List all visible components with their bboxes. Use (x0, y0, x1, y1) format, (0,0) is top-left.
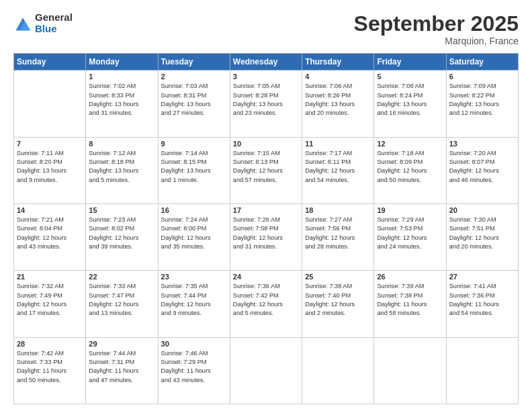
day-info: Sunrise: 7:38 AM Sunset: 7:40 PM Dayligh… (305, 282, 371, 318)
day-cell: 5Sunrise: 7:08 AM Sunset: 8:24 PM Daylig… (374, 71, 446, 137)
day-cell: 13Sunrise: 7:20 AM Sunset: 8:07 PM Dayli… (446, 137, 518, 203)
column-header-monday: Monday (86, 54, 158, 71)
day-cell: 15Sunrise: 7:23 AM Sunset: 8:02 PM Dayli… (86, 203, 158, 270)
day-info: Sunrise: 7:11 AM Sunset: 8:20 PM Dayligh… (17, 149, 83, 185)
day-info: Sunrise: 7:14 AM Sunset: 8:15 PM Dayligh… (161, 149, 227, 185)
day-number: 29 (89, 340, 154, 348)
column-header-tuesday: Tuesday (158, 54, 230, 71)
day-cell (14, 71, 86, 137)
day-info: Sunrise: 7:27 AM Sunset: 7:56 PM Dayligh… (305, 216, 371, 251)
logo-general-text: General (35, 12, 73, 24)
day-number: 6 (449, 73, 515, 81)
day-info: Sunrise: 7:21 AM Sunset: 8:04 PM Dayligh… (17, 216, 83, 251)
day-cell: 7Sunrise: 7:11 AM Sunset: 8:20 PM Daylig… (14, 137, 86, 203)
day-info: Sunrise: 7:18 AM Sunset: 8:09 PM Dayligh… (377, 149, 443, 185)
column-header-sunday: Sunday (14, 54, 86, 71)
day-info: Sunrise: 7:36 AM Sunset: 7:42 PM Dayligh… (233, 282, 299, 318)
day-info: Sunrise: 7:44 AM Sunset: 7:31 PM Dayligh… (89, 349, 154, 385)
week-row-5: 28Sunrise: 7:42 AM Sunset: 7:33 PM Dayli… (14, 337, 519, 404)
week-row-4: 21Sunrise: 7:32 AM Sunset: 7:49 PM Dayli… (14, 271, 519, 337)
day-cell: 27Sunrise: 7:41 AM Sunset: 7:36 PM Dayli… (446, 271, 518, 337)
day-cell: 17Sunrise: 7:26 AM Sunset: 7:58 PM Dayli… (230, 203, 302, 270)
day-number: 20 (449, 206, 515, 214)
column-header-thursday: Thursday (302, 54, 374, 71)
logo-blue-text: Blue (35, 24, 73, 35)
location: Marquion, France (354, 36, 519, 46)
day-cell: 22Sunrise: 7:33 AM Sunset: 7:47 PM Dayli… (86, 271, 158, 337)
day-cell: 11Sunrise: 7:17 AM Sunset: 8:11 PM Dayli… (302, 137, 374, 203)
day-number: 24 (233, 273, 299, 281)
day-cell: 25Sunrise: 7:38 AM Sunset: 7:40 PM Dayli… (302, 271, 374, 337)
day-info: Sunrise: 7:26 AM Sunset: 7:58 PM Dayligh… (233, 216, 299, 251)
day-number: 8 (89, 140, 154, 148)
week-row-2: 7Sunrise: 7:11 AM Sunset: 8:20 PM Daylig… (14, 137, 519, 203)
day-cell: 10Sunrise: 7:15 AM Sunset: 8:13 PM Dayli… (230, 137, 302, 203)
day-cell: 18Sunrise: 7:27 AM Sunset: 7:56 PM Dayli… (302, 203, 374, 270)
day-cell: 6Sunrise: 7:09 AM Sunset: 8:22 PM Daylig… (446, 71, 518, 137)
day-number: 16 (161, 206, 227, 214)
day-info: Sunrise: 7:03 AM Sunset: 8:31 PM Dayligh… (161, 82, 227, 118)
day-info: Sunrise: 7:46 AM Sunset: 7:29 PM Dayligh… (161, 349, 227, 385)
day-cell: 21Sunrise: 7:32 AM Sunset: 7:49 PM Dayli… (14, 271, 86, 337)
day-info: Sunrise: 7:33 AM Sunset: 7:47 PM Dayligh… (89, 282, 154, 318)
day-number: 18 (305, 206, 371, 214)
day-number: 17 (233, 206, 299, 214)
day-cell: 29Sunrise: 7:44 AM Sunset: 7:31 PM Dayli… (86, 337, 158, 404)
day-number: 28 (17, 340, 83, 348)
day-info: Sunrise: 7:41 AM Sunset: 7:36 PM Dayligh… (449, 282, 515, 318)
day-cell: 2Sunrise: 7:03 AM Sunset: 8:31 PM Daylig… (158, 71, 230, 137)
day-info: Sunrise: 7:15 AM Sunset: 8:13 PM Dayligh… (233, 149, 299, 185)
day-cell: 9Sunrise: 7:14 AM Sunset: 8:15 PM Daylig… (158, 137, 230, 203)
day-info: Sunrise: 7:02 AM Sunset: 8:33 PM Dayligh… (89, 82, 154, 118)
day-number: 26 (377, 273, 443, 281)
day-info: Sunrise: 7:06 AM Sunset: 8:26 PM Dayligh… (305, 82, 371, 118)
month-title: September 2025 (354, 12, 519, 36)
logo-text: General Blue (35, 12, 73, 34)
day-number: 1 (89, 73, 154, 81)
day-cell: 20Sunrise: 7:30 AM Sunset: 7:51 PM Dayli… (446, 203, 518, 270)
day-number: 30 (161, 340, 227, 348)
day-info: Sunrise: 7:05 AM Sunset: 8:28 PM Dayligh… (233, 82, 299, 118)
day-cell: 14Sunrise: 7:21 AM Sunset: 8:04 PM Dayli… (14, 203, 86, 270)
day-info: Sunrise: 7:32 AM Sunset: 7:49 PM Dayligh… (17, 282, 83, 318)
logo: General Blue (13, 12, 73, 34)
header: General Blue September 2025 Marquion, Fr… (13, 12, 519, 46)
day-cell: 3Sunrise: 7:05 AM Sunset: 8:28 PM Daylig… (230, 71, 302, 137)
day-number: 7 (17, 140, 83, 148)
calendar-table: SundayMondayTuesdayWednesdayThursdayFrid… (13, 53, 519, 404)
day-info: Sunrise: 7:42 AM Sunset: 7:33 PM Dayligh… (17, 349, 83, 385)
day-cell: 8Sunrise: 7:12 AM Sunset: 8:18 PM Daylig… (86, 137, 158, 203)
day-cell: 19Sunrise: 7:29 AM Sunset: 7:53 PM Dayli… (374, 203, 446, 270)
day-info: Sunrise: 7:17 AM Sunset: 8:11 PM Dayligh… (305, 149, 371, 185)
calendar-header-row: SundayMondayTuesdayWednesdayThursdayFrid… (14, 54, 519, 71)
day-number: 3 (233, 73, 299, 81)
column-header-friday: Friday (374, 54, 446, 71)
day-number: 4 (305, 73, 371, 81)
day-number: 2 (161, 73, 227, 81)
day-cell: 24Sunrise: 7:36 AM Sunset: 7:42 PM Dayli… (230, 271, 302, 337)
day-number: 5 (377, 73, 443, 81)
day-number: 19 (377, 206, 443, 214)
day-cell: 23Sunrise: 7:35 AM Sunset: 7:44 PM Dayli… (158, 271, 230, 337)
day-number: 22 (89, 273, 154, 281)
day-info: Sunrise: 7:08 AM Sunset: 8:24 PM Dayligh… (377, 82, 443, 118)
day-info: Sunrise: 7:09 AM Sunset: 8:22 PM Dayligh… (449, 82, 515, 118)
title-block: September 2025 Marquion, France (354, 12, 519, 46)
day-cell (230, 337, 302, 404)
day-cell (302, 337, 374, 404)
day-info: Sunrise: 7:12 AM Sunset: 8:18 PM Dayligh… (89, 149, 154, 185)
day-cell (446, 337, 518, 404)
day-number: 12 (377, 140, 443, 148)
day-info: Sunrise: 7:29 AM Sunset: 7:53 PM Dayligh… (377, 216, 443, 251)
day-cell: 4Sunrise: 7:06 AM Sunset: 8:26 PM Daylig… (302, 71, 374, 137)
day-number: 27 (449, 273, 515, 281)
day-number: 25 (305, 273, 371, 281)
day-info: Sunrise: 7:39 AM Sunset: 7:38 PM Dayligh… (377, 282, 443, 318)
column-header-wednesday: Wednesday (230, 54, 302, 71)
day-number: 21 (17, 273, 83, 281)
day-cell: 30Sunrise: 7:46 AM Sunset: 7:29 PM Dayli… (158, 337, 230, 404)
day-number: 14 (17, 206, 83, 214)
day-info: Sunrise: 7:35 AM Sunset: 7:44 PM Dayligh… (161, 282, 227, 318)
day-number: 9 (161, 140, 227, 148)
column-header-saturday: Saturday (446, 54, 518, 71)
